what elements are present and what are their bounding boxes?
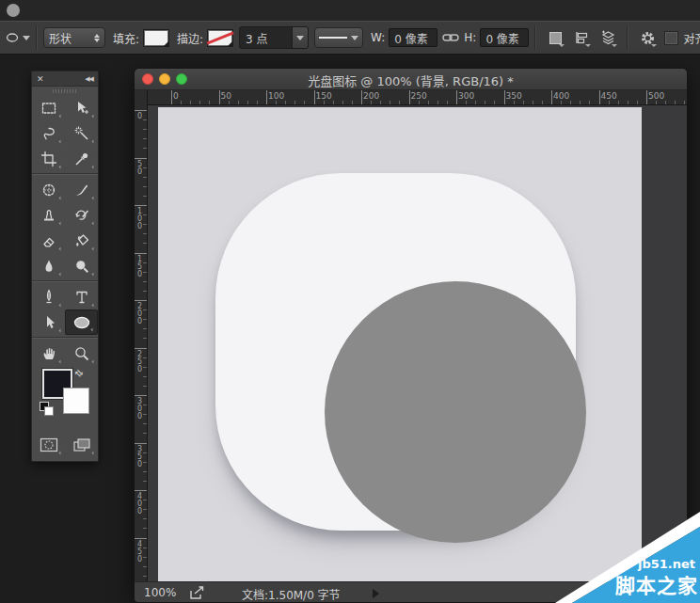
ruler-label: 400 <box>553 91 569 101</box>
hand-tool[interactable] <box>32 341 65 366</box>
clone-stamp-tool[interactable] <box>32 202 65 228</box>
tool-mode-select[interactable]: 形状 <box>43 27 105 48</box>
path-selection-tool[interactable] <box>32 309 65 335</box>
ruler-tick <box>135 110 147 111</box>
fill-label: 填充: <box>113 30 139 46</box>
tool-grid <box>32 95 98 366</box>
shape-width-field[interactable]: 0 像素 <box>389 28 438 47</box>
ruler-tick <box>135 538 147 539</box>
swatch-corner-icon <box>164 41 168 46</box>
geometry-options-button[interactable] <box>637 27 658 48</box>
crop-tool[interactable] <box>32 146 65 171</box>
ruler-tick <box>504 90 505 104</box>
height-label: H: <box>464 31 476 44</box>
ruler-tick <box>646 90 647 104</box>
stroke-type-dropdown[interactable] <box>314 27 363 48</box>
tool-preset-button[interactable] <box>4 29 30 46</box>
updown-arrows-icon <box>94 34 100 42</box>
horizontal-ruler-row: 050100150200250300350400450500 <box>135 90 687 105</box>
history-brush-tool[interactable] <box>65 202 98 228</box>
close-icon[interactable]: ✕ <box>37 74 44 84</box>
ruler-label: 0 <box>135 112 144 119</box>
link-dimensions-icon <box>442 32 459 43</box>
ruler-label: 450 <box>135 540 144 563</box>
toolbar-divider <box>32 337 98 339</box>
swatch-corner-icon <box>228 41 232 46</box>
width-label: W: <box>371 31 385 44</box>
blur-tool[interactable] <box>32 253 65 278</box>
ruler-label: 350 <box>506 91 522 101</box>
ruler-label: 150 <box>316 91 332 101</box>
options-bar: 形状 填充: 描边: 3 点 W: 0 像素 H: 0 像素 <box>0 21 700 55</box>
ruler-tick <box>361 90 362 104</box>
ellipse-tool[interactable] <box>65 309 98 335</box>
chevron-down-icon <box>585 44 591 47</box>
rectangular-marquee-tool[interactable] <box>32 95 65 120</box>
magic-wand-tool[interactable] <box>65 120 98 146</box>
paint-bucket-tool[interactable] <box>65 228 98 253</box>
options-separator <box>627 25 628 50</box>
ruler-label: 50 <box>221 91 231 101</box>
eraser-tool[interactable] <box>32 228 65 253</box>
link-dimensions-button[interactable] <box>440 27 461 48</box>
toolbar-divider <box>32 173 98 175</box>
chevron-down-icon <box>296 36 304 40</box>
ruler-tick <box>599 90 600 104</box>
stroke-width-dropdown-button[interactable] <box>292 27 308 48</box>
brush-tool[interactable] <box>65 177 98 202</box>
path-operations-icon <box>549 31 563 45</box>
move-tool[interactable] <box>65 95 98 120</box>
gray-circle-shape <box>325 281 586 543</box>
ruler-label: 500 <box>648 91 664 101</box>
ruler-label: 100 <box>135 207 144 230</box>
zoom-level-field[interactable]: 100% <box>144 586 176 599</box>
lasso-tool[interactable] <box>32 120 65 146</box>
zoom-tool[interactable] <box>65 341 98 366</box>
stroke-width-combo[interactable]: 3 点 <box>239 26 309 49</box>
canvas[interactable] <box>158 107 642 581</box>
screen-mode-button[interactable] <box>65 432 98 457</box>
shape-width-value: 0 像素 <box>394 30 427 46</box>
stroke-swatch[interactable] <box>207 29 233 47</box>
ruler-tick <box>135 348 147 349</box>
spot-healing-brush-tool[interactable] <box>32 177 65 202</box>
background-color-swatch[interactable] <box>63 388 89 414</box>
quick-mask-button[interactable] <box>32 432 65 457</box>
document-title: 光盘图标 @ 100% (背景, RGB/16) * <box>135 71 687 89</box>
panel-grip[interactable] <box>32 87 98 95</box>
path-arrangement-button[interactable] <box>597 27 618 48</box>
document-content: 050100150200250300350400450500 <box>135 105 687 581</box>
eyedropper-tool[interactable] <box>65 146 98 171</box>
swap-colors-icon[interactable]: ⇄ <box>72 367 86 380</box>
stroke-width-value[interactable]: 3 点 <box>240 27 292 48</box>
ruler-tick <box>314 90 315 104</box>
solid-line-icon <box>319 37 347 39</box>
ruler-label: 100 <box>268 91 284 101</box>
pen-tool[interactable] <box>32 284 65 309</box>
status-popup-arrow-icon[interactable] <box>373 589 379 598</box>
ruler-label: 0 <box>173 91 179 101</box>
ruler-tick <box>135 443 147 444</box>
type-tool[interactable] <box>65 284 98 309</box>
align-edges-checkbox[interactable] <box>664 31 678 45</box>
vertical-ruler[interactable]: 050100150200250300350400450500 <box>135 105 148 581</box>
collapse-icon[interactable]: ◀◀ <box>85 75 93 83</box>
path-arrangement-icon <box>600 30 616 45</box>
photoshop-app: 形状 填充: 描边: 3 点 W: 0 像素 H: 0 像素 <box>0 0 700 603</box>
ruler-tick <box>456 90 457 104</box>
export-icon[interactable] <box>189 586 206 603</box>
ruler-label: 200 <box>135 302 144 325</box>
options-separator <box>534 25 536 50</box>
path-operations-button[interactable] <box>545 27 565 48</box>
dodge-tool[interactable] <box>65 253 98 278</box>
path-alignment-button[interactable] <box>571 27 592 48</box>
fill-swatch[interactable] <box>143 29 169 47</box>
shape-height-field[interactable]: 0 像素 <box>480 28 529 47</box>
document-titlebar[interactable]: 光盘图标 @ 100% (背景, RGB/16) * <box>135 69 687 90</box>
horizontal-ruler[interactable]: 050100150200250300350400450500 <box>148 90 687 104</box>
ruler-corner[interactable] <box>135 90 148 105</box>
tools-panel-header[interactable]: ✕ ◀◀ <box>32 71 98 87</box>
default-colors-icon[interactable] <box>40 402 55 417</box>
stroke-label: 描边: <box>177 30 203 46</box>
document-info[interactable]: 文档:1.50M/0 字节 <box>242 586 341 602</box>
